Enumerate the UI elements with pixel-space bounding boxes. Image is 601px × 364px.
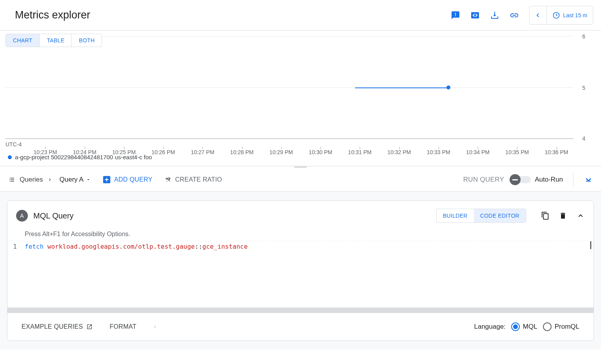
y-tick: 6 [582, 33, 585, 40]
editor-scrollbar[interactable] [7, 308, 594, 313]
x-tick: 10:28 PM [230, 149, 254, 155]
delete-icon[interactable] [559, 211, 567, 220]
more-vert-icon [154, 322, 156, 331]
x-tick: 10:35 PM [505, 149, 529, 155]
svg-rect-0 [471, 12, 479, 18]
x-tick: 10:34 PM [466, 149, 490, 155]
time-range-label: Last 15 m [563, 12, 587, 18]
code-icon[interactable] [466, 6, 484, 25]
editor-footer: EXAMPLE QUERIES FORMAT Language: MQL Pro… [7, 313, 594, 340]
plus-box-icon [102, 175, 111, 184]
x-tick: 10:27 PM [191, 149, 214, 155]
query-badge: A [16, 210, 28, 222]
dropdown-triangle-icon [86, 177, 91, 182]
create-ratio-button[interactable]: CREATE RATIO [164, 176, 222, 184]
queries-label: Queries [20, 176, 43, 184]
series-line [355, 87, 449, 88]
clock-icon [552, 11, 560, 19]
a11y-hint: Press Alt+F1 for Accessibility Options. [7, 228, 594, 241]
legend-color-dot [8, 155, 12, 159]
x-tick: 10:23 PM [33, 149, 57, 155]
data-point [446, 86, 450, 89]
x-tick: 10:26 PM [151, 149, 175, 155]
x-tick: 10:24 PM [73, 149, 97, 155]
x-tick: 10:31 PM [348, 149, 372, 155]
x-tick: 10:33 PM [427, 149, 450, 155]
tab-both[interactable]: BOTH [72, 34, 102, 47]
chevron-left-icon [534, 11, 542, 19]
format-button[interactable]: FORMAT [110, 323, 137, 330]
editor-wrap: A MQL Query BUILDER CODE EDITOR Press Al… [0, 192, 601, 349]
mode-builder[interactable]: BUILDER [437, 209, 474, 222]
view-tabs: CHART TABLE BOTH [5, 34, 102, 47]
run-query-button[interactable]: RUN QUERY [463, 176, 504, 184]
toggle-switch [511, 176, 531, 183]
auto-run-label: Auto-Run [535, 176, 563, 184]
add-query-button[interactable]: ADD QUERY [102, 175, 153, 184]
editor-header: A MQL Query BUILDER CODE EDITOR [7, 201, 594, 228]
time-prev-button[interactable] [530, 6, 547, 24]
mode-switch: BUILDER CODE EDITOR [436, 209, 526, 223]
mode-code-editor[interactable]: CODE EDITOR [474, 209, 526, 222]
toggle-knob [510, 174, 521, 185]
y-tick: 5 [582, 85, 585, 91]
timezone-label: UTC-4 [5, 141, 22, 147]
x-tick: 10:29 PM [270, 149, 293, 155]
radio-icon [511, 322, 520, 331]
ratio-icon [164, 176, 172, 184]
download-icon[interactable] [485, 6, 504, 25]
auto-run-toggle[interactable]: Auto-Run [511, 176, 563, 184]
drag-handle[interactable] [0, 166, 601, 168]
link-icon[interactable] [505, 6, 524, 25]
language-label: Language: [474, 323, 505, 331]
line-number: 1 [7, 243, 25, 306]
svg-point-5 [155, 326, 155, 327]
header: Metrics explorer Last 15 m [0, 0, 601, 31]
svg-point-6 [155, 327, 155, 328]
x-tick: 10:25 PM [112, 149, 136, 155]
time-range-button[interactable]: Last 15 m [547, 6, 593, 24]
query-editor: A MQL Query BUILDER CODE EDITOR Press Al… [7, 200, 594, 341]
queries-label-group: Queries [8, 176, 53, 184]
chart-area: 6 5 4 10:23 PM10:24 PM10:25 PM10:26 PM10… [0, 31, 601, 152]
example-queries-button[interactable]: EXAMPLE QUERIES [22, 323, 93, 330]
time-range-selector: Last 15 m [529, 6, 593, 25]
page-title: Metrics explorer [15, 9, 90, 21]
x-tick: 10:30 PM [309, 149, 332, 155]
query-name: Query A [60, 176, 84, 184]
open-in-new-icon [86, 324, 93, 330]
editor-icon-group [541, 211, 585, 220]
code-line: fetch workload.googleapis.com/otlp.test.… [25, 243, 594, 306]
y-tick: 4 [582, 135, 585, 142]
copy-icon[interactable] [541, 211, 550, 220]
cursor-indicator [590, 241, 591, 249]
tab-chart[interactable]: CHART [6, 34, 40, 47]
radio-mql[interactable]: MQL [511, 322, 537, 331]
query-selector[interactable]: Query A [60, 176, 91, 184]
svg-point-4 [155, 326, 155, 326]
chevron-right-icon [47, 177, 53, 182]
list-icon [8, 177, 16, 183]
x-tick: 10:32 PM [388, 149, 411, 155]
query-title: MQL Query [33, 211, 74, 220]
chevron-up-icon[interactable] [576, 211, 585, 220]
collapse-panel-button[interactable] [584, 175, 593, 185]
language-section: Language: MQL PromQL [474, 322, 579, 331]
tab-table[interactable]: TABLE [40, 34, 72, 47]
radio-promql[interactable]: PromQL [543, 322, 579, 331]
more-menu-button[interactable] [154, 322, 156, 331]
feedback-icon[interactable] [446, 6, 465, 25]
query-toolbar: Queries Query A ADD QUERY CREATE RATIO R… [0, 168, 601, 192]
radio-icon [543, 322, 552, 331]
chart-canvas[interactable]: 6 5 4 10:23 PM10:24 PM10:25 PM10:26 PM10… [5, 36, 574, 139]
code-editor-area[interactable]: 1 fetch workload.googleapis.com/otlp.tes… [7, 241, 594, 308]
header-actions: Last 15 m [446, 6, 593, 25]
svg-rect-3 [512, 179, 518, 180]
x-tick: 10:36 PM [545, 149, 568, 155]
